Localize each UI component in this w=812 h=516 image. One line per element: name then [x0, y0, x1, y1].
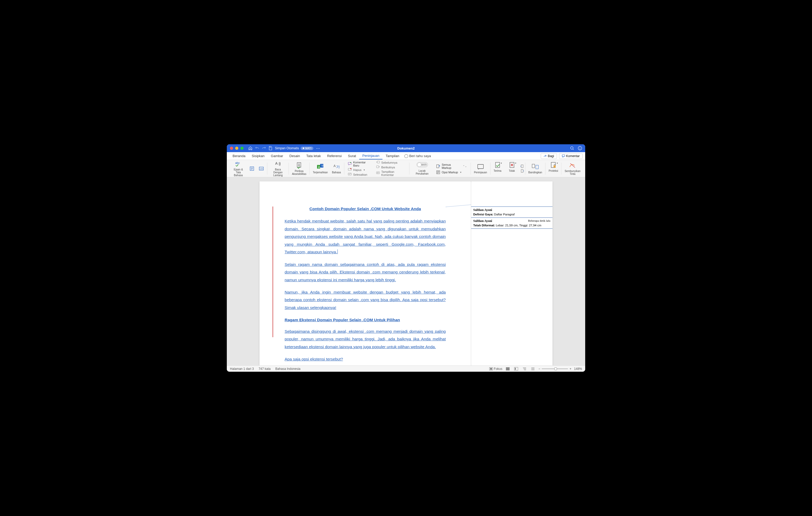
tab-tampilan[interactable]: Tampilan [382, 153, 402, 159]
spelling-grammar-button[interactable]: abc Ejaan & Tata Bahasa [229, 160, 247, 177]
markup-display-selector[interactable]: Semua Markup ⌃⌄ [435, 163, 468, 170]
word-count-button[interactable]: 123 [257, 165, 266, 172]
read-aloud-button[interactable]: A Baca Dengan Lantang [268, 160, 288, 177]
home-icon[interactable] [248, 146, 253, 150]
svg-rect-38 [506, 367, 510, 370]
svg-rect-25 [439, 165, 440, 166]
print-layout-view-button[interactable] [505, 367, 511, 371]
reject-label: Tolak [509, 170, 515, 172]
share-button[interactable]: Bagi [541, 153, 557, 159]
word-count[interactable]: 747 kata [258, 367, 270, 371]
read-aloud-label: Baca Dengan Lantang [270, 168, 285, 177]
previous-change-button[interactable] [520, 164, 524, 168]
next-change-button[interactable] [520, 169, 524, 173]
svg-text:abc: abc [235, 161, 240, 164]
comment-plus-icon [348, 162, 352, 166]
accessibility-button[interactable]: Periksa Aksesibilitas [290, 162, 309, 175]
track-toggle[interactable]: MATI [416, 162, 428, 167]
zoom-level[interactable]: 148% [574, 367, 582, 371]
thesaurus-icon [248, 165, 256, 172]
tell-me-label: Beri tahu saya [409, 154, 431, 158]
markup-card-2[interactable]: Sulthon Ayoni Beberapa detik lalu Telah … [471, 218, 552, 229]
zoom-in-button[interactable]: + [570, 367, 571, 371]
zoom-track[interactable] [542, 369, 568, 369]
language-indicator[interactable]: Bahasa Indonesia [275, 367, 300, 371]
hide-ink-button[interactable]: Sembunyikan Tinta [562, 162, 583, 175]
svg-rect-22 [376, 166, 379, 168]
web-layout-view-button[interactable] [513, 367, 519, 371]
tab-surat[interactable]: Surat [345, 153, 359, 159]
resolve-comment-button[interactable]: Selesaikan [347, 173, 372, 177]
minimize-window-button[interactable] [235, 147, 238, 150]
focus-label: Fokus [494, 367, 502, 371]
tab-tataletak[interactable]: Tata letak [303, 153, 324, 159]
accessibility-label: Periksa Aksesibilitas [292, 170, 306, 175]
show-comments-button[interactable]: Tampilkan Komentar [375, 170, 407, 177]
markup-pane: Sulthon Ayoni Definisi Gaya: Daftar Para… [471, 181, 552, 365]
delete-comment-button[interactable]: Hapus ▾ [347, 168, 372, 172]
protect-button[interactable]: Proteksi ▾ [547, 161, 560, 175]
thesaurus-button[interactable] [247, 165, 257, 172]
accept-button[interactable]: Terima ▾ [492, 161, 503, 175]
subheading: Ragam Ekstensi Domain Populer Selain .CO… [285, 316, 446, 324]
zoom-slider[interactable]: − + [539, 367, 571, 371]
tab-desain[interactable]: Desain [286, 153, 303, 159]
compare-button[interactable]: Bandingkan [526, 163, 544, 174]
markup-author: Sulthon Ayoni [473, 219, 492, 223]
tab-peninjauan[interactable]: Peninjauan [359, 152, 382, 159]
app-window: Simpan Otomatis MATI ⋯ Dokumen2 Beranda … [227, 144, 585, 372]
svg-point-11 [298, 164, 299, 165]
undo-icon[interactable] [255, 146, 259, 150]
paragraph-2: Selain ragam nama domain sebagaimana con… [285, 261, 446, 284]
reject-button[interactable]: Tolak ▾ [506, 161, 518, 175]
chevron-down-icon: ▾ [501, 162, 502, 164]
next-comment-button[interactable]: Berikutnya [375, 165, 407, 170]
tab-beranda[interactable]: Beranda [229, 153, 249, 159]
search-icon[interactable] [570, 146, 574, 150]
markup-value: Daftar Paragraf [494, 213, 515, 216]
svg-text:あ: あ [318, 165, 320, 168]
reviewing-label: Peninjauan [474, 171, 487, 174]
autosave-status[interactable]: Simpan Otomatis MATI [275, 146, 313, 150]
share-label: Bagi [548, 154, 554, 158]
tab-sisipkan[interactable]: Sisipkan [249, 153, 268, 159]
markup-options-icon [436, 171, 440, 174]
more-icon[interactable]: ⋯ [316, 146, 320, 151]
comments-button[interactable]: Komentar [559, 153, 583, 159]
document-heading: Contoh Domain Populer Selain .COM Untuk … [285, 205, 446, 213]
chevron-down-icon: ▾ [515, 162, 516, 164]
svg-rect-4 [562, 155, 565, 157]
draft-view-button[interactable] [530, 367, 536, 371]
zoom-out-button[interactable]: − [539, 367, 540, 371]
focus-mode-button[interactable]: Fokus [489, 367, 502, 371]
redo-icon[interactable] [262, 146, 266, 150]
markup-options-button[interactable]: Opsi Markup ▾ [435, 170, 468, 174]
document-body[interactable]: Contoh Domain Populer Selain .COM Untuk … [260, 181, 471, 365]
zoom-thumb[interactable] [554, 367, 557, 370]
svg-rect-21 [377, 161, 380, 163]
track-changes-toggle[interactable]: MATI Lacak Perubahan [410, 162, 434, 175]
bulb-icon [404, 154, 408, 158]
tell-me-search[interactable]: Beri tahu saya [404, 154, 431, 158]
translate-button[interactable]: あ字 Terjemahkan [311, 163, 330, 174]
tab-gambar[interactable]: Gambar [268, 153, 286, 159]
svg-rect-40 [515, 368, 516, 370]
emoji-icon[interactable] [578, 146, 582, 150]
tab-referensi[interactable]: Referensi [324, 153, 345, 159]
markup-label: Definisi Gaya: [473, 213, 493, 216]
save-icon[interactable] [269, 146, 272, 150]
reviewing-pane-button[interactable]: Peninjauan [472, 163, 489, 174]
previous-comment-button[interactable]: Sebelumnya [375, 160, 407, 165]
previous-icon [376, 161, 380, 164]
markup-card-1[interactable]: Sulthon Ayoni Definisi Gaya: Daftar Para… [471, 207, 552, 218]
zoom-window-button[interactable] [240, 147, 243, 150]
protect-label: Proteksi [549, 170, 558, 172]
page[interactable]: Contoh Domain Populer Selain .COM Untuk … [260, 181, 552, 365]
text-cursor [338, 249, 338, 254]
outline-view-button[interactable] [522, 367, 527, 371]
language-button[interactable]: A가 Bahasa [330, 163, 343, 174]
close-window-button[interactable] [230, 147, 233, 150]
paragraph-4: Sebagaimana disinggung di awal, ekstensi… [285, 328, 446, 351]
page-indicator[interactable]: Halaman 1 dari 3 [230, 367, 254, 371]
new-comment-button[interactable]: Komentar Baru [347, 160, 372, 167]
